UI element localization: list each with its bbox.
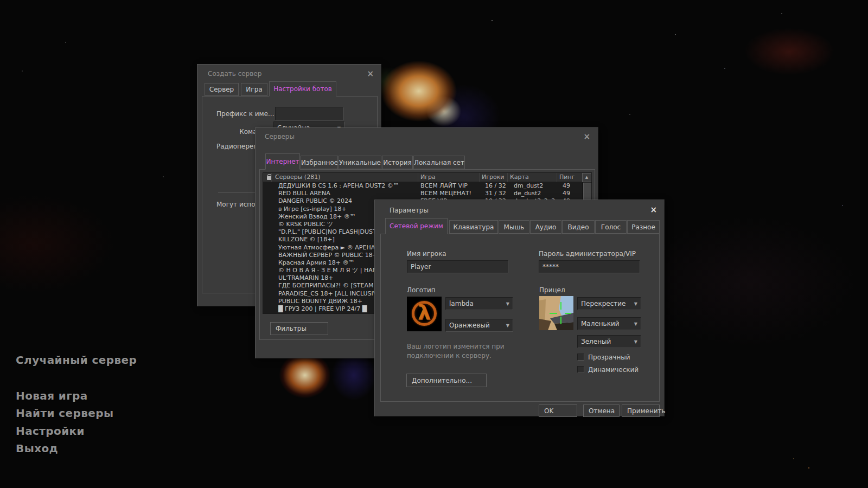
server-game-cell: ВСЕМ ЛАЙТ VIP bbox=[418, 182, 482, 190]
admin-password-label: Пароль администратора/VIP bbox=[539, 250, 636, 258]
menu-item-settings[interactable]: Настройки bbox=[16, 425, 85, 438]
crosshair-label: Прицел bbox=[539, 286, 565, 294]
window-title: Серверы bbox=[265, 133, 295, 140]
advanced-button[interactable]: Дополнительно... bbox=[406, 374, 487, 387]
chevron-down-icon: ▼ bbox=[506, 323, 509, 328]
menu-item-random-server[interactable]: Случайный сервер bbox=[16, 354, 137, 367]
close-icon[interactable]: × bbox=[367, 70, 374, 78]
server-game-cell: ВСЕМ МЕЦЕНАТ! bbox=[418, 190, 482, 197]
window-title: Параметры bbox=[390, 207, 429, 214]
server-name-cell: ДЕДУШКИ В CS 1.6 : АРЕНА DUST2 ©™ bbox=[278, 182, 418, 190]
menu-item-new-game[interactable]: Новая игра bbox=[16, 389, 88, 402]
tab-mouse[interactable]: Мышь bbox=[499, 220, 529, 234]
server-players-cell: 31 / 32 bbox=[482, 190, 510, 197]
tab-network-mode[interactable]: Сетевой режим bbox=[385, 218, 448, 234]
crosshair-type-dropdown[interactable]: Перекрестие ▼ bbox=[577, 297, 641, 310]
column-header-players[interactable]: Игроки bbox=[480, 173, 508, 182]
logo-hint: Ваш логотип изменится при подключении к … bbox=[407, 342, 505, 361]
options-window: Параметры × Сетевой режим Клавиатура Мыш… bbox=[374, 200, 665, 416]
logo-type-dropdown[interactable]: lambda ▼ bbox=[445, 297, 513, 310]
crosshair-size-dropdown[interactable]: Маленький ▼ bbox=[577, 317, 641, 330]
table-row[interactable]: RED BULL ARENA ВСЕМ МЕЦЕНАТ! 31 / 32 de_… bbox=[263, 190, 583, 197]
close-icon[interactable]: × bbox=[583, 133, 590, 140]
server-ping-cell: 49 bbox=[559, 190, 583, 197]
chevron-down-icon: ▼ bbox=[634, 339, 637, 344]
lock-column-header[interactable] bbox=[263, 173, 272, 182]
window-title: Создать сервер bbox=[208, 70, 261, 78]
transparent-checkbox[interactable] bbox=[577, 354, 584, 361]
tab-server[interactable]: Сервер bbox=[205, 83, 239, 96]
chevron-down-icon: ▼ bbox=[634, 301, 637, 306]
close-icon[interactable]: × bbox=[650, 206, 657, 214]
column-header-ping[interactable]: Пинг bbox=[557, 173, 582, 182]
server-map-cell: dm_dust2 bbox=[510, 182, 559, 190]
filters-button[interactable]: Фильтры bbox=[270, 322, 328, 335]
tab-keyboard[interactable]: Клавиатура bbox=[449, 220, 498, 234]
table-row[interactable]: ДЕДУШКИ В CS 1.6 : АРЕНА DUST2 ©™ ВСЕМ Л… bbox=[263, 182, 583, 190]
server-map-cell: de_dust2 bbox=[510, 190, 559, 197]
tab-internet[interactable]: Интернет bbox=[265, 153, 300, 170]
bot-prefix-label: Префикс к име... bbox=[216, 110, 270, 118]
dynamic-checkbox-label: Динамический bbox=[588, 366, 639, 374]
chevron-down-icon: ▼ bbox=[634, 322, 637, 326]
crosshair-color-dropdown[interactable]: Зеленый ▼ bbox=[577, 335, 641, 348]
background-stars bbox=[0, 0, 1, 1]
scrollbar-up-button[interactable]: ▲ bbox=[582, 173, 591, 182]
tab-bot-settings[interactable]: Настройки ботов bbox=[269, 81, 336, 97]
logo-color-dropdown[interactable]: Оранжевый ▼ bbox=[445, 319, 513, 332]
tab-unique[interactable]: Уникальные bbox=[339, 156, 381, 169]
server-ping-cell: 49 bbox=[559, 182, 583, 190]
bot-prefix-input[interactable] bbox=[275, 107, 344, 120]
server-table-header: Серверы (281) Игра Игроки Карта Пинг bbox=[263, 173, 591, 182]
server-name-cell: RED BULL ARENA bbox=[278, 190, 418, 197]
admin-password-input[interactable]: ***** bbox=[539, 260, 640, 273]
column-header-map[interactable]: Карта bbox=[508, 173, 557, 182]
tab-favorites[interactable]: Избранное bbox=[301, 156, 338, 169]
player-name-label: Имя игрока bbox=[407, 250, 446, 258]
tab-history[interactable]: История bbox=[382, 156, 413, 169]
tab-lan[interactable]: Локальная сеть bbox=[413, 156, 465, 169]
tab-game[interactable]: Игра bbox=[241, 83, 267, 96]
cancel-button[interactable]: Отмена bbox=[583, 404, 620, 417]
logo-preview: λ bbox=[407, 297, 442, 331]
server-players-cell: 16 / 32 bbox=[482, 182, 510, 190]
chevron-down-icon: ▼ bbox=[506, 301, 509, 306]
player-name-input[interactable]: Player bbox=[407, 260, 508, 273]
column-header-servers[interactable]: Серверы (281) bbox=[272, 173, 418, 182]
tab-video[interactable]: Видео bbox=[562, 220, 595, 234]
dynamic-checkbox[interactable] bbox=[577, 366, 584, 373]
tab-misc[interactable]: Разное bbox=[627, 220, 660, 234]
apply-button[interactable]: Применить bbox=[622, 404, 660, 417]
ok-button[interactable]: OK bbox=[539, 404, 577, 417]
menu-item-exit[interactable]: Выход bbox=[16, 442, 58, 455]
column-header-game[interactable]: Игра bbox=[418, 173, 480, 182]
tab-voice[interactable]: Голос bbox=[595, 220, 627, 234]
logo-label: Логотип bbox=[407, 286, 436, 294]
tab-audio[interactable]: Аудио bbox=[530, 220, 561, 234]
menu-item-find-servers[interactable]: Найти серверы bbox=[16, 407, 113, 420]
lock-icon bbox=[267, 176, 272, 180]
crosshair-preview bbox=[539, 296, 573, 330]
transparent-checkbox-label: Прозрачный bbox=[588, 354, 630, 361]
